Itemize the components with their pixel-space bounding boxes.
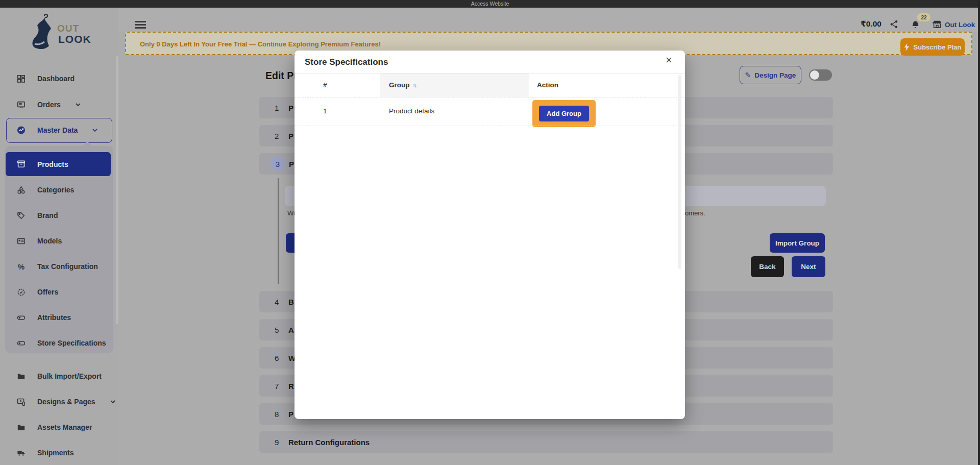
sidebar-item-master-data[interactable]: Master Data xyxy=(0,121,118,139)
master-data-trend-icon xyxy=(17,126,26,135)
sidebar-item-designs-pages[interactable]: Designs & Pages xyxy=(0,393,118,410)
header xyxy=(118,8,978,32)
sidebar-item-shipments[interactable]: Shipments xyxy=(0,444,118,461)
sidebar-item-brand[interactable]: Brand xyxy=(0,207,118,224)
shipments-truck-icon xyxy=(17,449,26,457)
column-header-action: Action xyxy=(537,81,558,89)
submenu-pointer xyxy=(83,141,92,146)
categories-shapes-icon xyxy=(17,186,26,194)
row-index-cell: 1 xyxy=(323,107,327,115)
sidebar-item-products[interactable]: Products xyxy=(6,152,111,176)
sidebar-item-tax-configuration[interactable]: % Tax Configuration xyxy=(0,258,118,275)
design-pen-icon: ✎ xyxy=(745,71,751,79)
designs-pages-icon xyxy=(17,398,26,406)
bell-icon[interactable] xyxy=(911,20,920,29)
design-page-button[interactable]: ✎ Design Page xyxy=(740,66,801,84)
chevron-down-icon xyxy=(110,400,115,404)
wallet-amount[interactable]: ₹0.00 xyxy=(861,19,881,29)
sidebar-item-label: Designs & Pages xyxy=(37,398,95,406)
folder-icon xyxy=(17,423,26,432)
notification-count-badge: 22 xyxy=(917,13,930,21)
attributes-toggle-icon xyxy=(17,313,26,322)
products-box-icon xyxy=(17,160,26,168)
sidebar-item-label: Assets Manager xyxy=(37,423,92,431)
logo-text-out: OUT xyxy=(57,23,79,34)
table-header-border xyxy=(295,97,685,97)
access-website-label[interactable]: Access Website xyxy=(471,1,509,7)
store-name-button[interactable]: Out Look xyxy=(945,21,975,29)
close-icon[interactable]: × xyxy=(666,55,672,66)
sidebar: OUT LOOK Dashboard Orders Mas xyxy=(0,8,118,465)
sidebar-item-label: Brand xyxy=(37,211,58,219)
import-group-button[interactable]: Import Group xyxy=(770,233,825,253)
storefront-icon[interactable] xyxy=(933,20,941,29)
sidebar-item-assets-manager[interactable]: Assets Manager xyxy=(0,419,118,436)
next-button[interactable]: Next xyxy=(792,256,825,277)
access-website-bar[interactable]: Access Website xyxy=(0,0,980,8)
add-group-button[interactable]: Add Group xyxy=(539,106,589,121)
store-specifications-modal: Store Specifications × # Group ↑↓ Action… xyxy=(295,51,685,419)
column-header-index: # xyxy=(323,81,327,89)
sidebar-item-categories[interactable]: Categories xyxy=(0,181,118,199)
back-button[interactable]: Back xyxy=(751,256,784,277)
store-specifications-toggle-icon xyxy=(17,339,26,348)
offers-seal-icon xyxy=(17,288,26,297)
modal-title: Store Specifications xyxy=(305,57,388,67)
chevron-down-icon xyxy=(92,129,97,132)
brand-tag-icon xyxy=(17,211,26,220)
dashboard-grid-icon xyxy=(17,75,26,83)
helper-text-right-fragment: omers. xyxy=(685,209,705,217)
page-status-toggle[interactable] xyxy=(809,69,832,81)
tax-percent-icon: % xyxy=(17,262,26,271)
subscribe-plan-button[interactable]: Subscribe Plan xyxy=(900,38,965,56)
sidebar-item-label: Shipments xyxy=(37,449,74,457)
sidebar-item-label: Offers xyxy=(37,288,58,296)
sort-icon: ↑↓ xyxy=(413,82,416,88)
sidebar-item-label: Bulk Import/Export xyxy=(37,372,102,380)
toggle-knob xyxy=(810,70,819,80)
logo-dress-icon xyxy=(29,14,58,53)
hamburger-menu-icon[interactable] xyxy=(135,21,146,30)
sidebar-item-label: Orders xyxy=(37,101,61,109)
row-group-cell: Product details xyxy=(389,107,434,115)
sidebar-item-label: Dashboard xyxy=(37,75,75,83)
models-card-icon xyxy=(17,237,26,246)
page-scrollbar[interactable] xyxy=(978,0,980,465)
chevron-down-icon xyxy=(76,103,81,107)
lightning-bolt-icon xyxy=(904,43,910,51)
sidebar-item-label: Products xyxy=(37,160,68,168)
sidebar-item-store-specifications[interactable]: Store Specifications xyxy=(0,334,118,352)
share-icon[interactable] xyxy=(890,20,898,29)
sidebar-item-label: Tax Configuration xyxy=(37,262,98,271)
active-step-number: 3 xyxy=(271,157,285,171)
modal-scrollbar[interactable] xyxy=(678,75,681,269)
sidebar-item-label: Attributes xyxy=(37,313,71,322)
logo-text-look: LOOK xyxy=(58,33,91,45)
step-row-9[interactable]: 9 Return Configurations xyxy=(259,431,833,453)
sidebar-item-models[interactable]: Models xyxy=(0,232,118,250)
sidebar-item-bulk-import-export[interactable]: Bulk Import/Export xyxy=(0,368,118,385)
table-row-border xyxy=(295,126,685,126)
column-header-group[interactable]: Group ↑↓ xyxy=(389,81,416,89)
sidebar-item-orders[interactable]: Orders xyxy=(0,96,118,113)
sidebar-item-label: Categories xyxy=(37,186,74,194)
active-section-indicator-line xyxy=(278,178,279,284)
orders-list-icon xyxy=(17,101,26,109)
trial-message: Only 0 Days Left In Your Free Trial — Co… xyxy=(140,40,381,48)
sidebar-item-label: Master Data xyxy=(37,126,78,134)
sidebar-item-label: Store Specifications xyxy=(37,339,106,347)
sidebar-item-attributes[interactable]: Attributes xyxy=(0,309,118,326)
sidebar-item-dashboard[interactable]: Dashboard xyxy=(0,70,118,87)
sidebar-item-label: Models xyxy=(37,237,62,245)
folder-icon xyxy=(17,372,26,381)
sidebar-item-offers[interactable]: Offers xyxy=(0,283,118,301)
